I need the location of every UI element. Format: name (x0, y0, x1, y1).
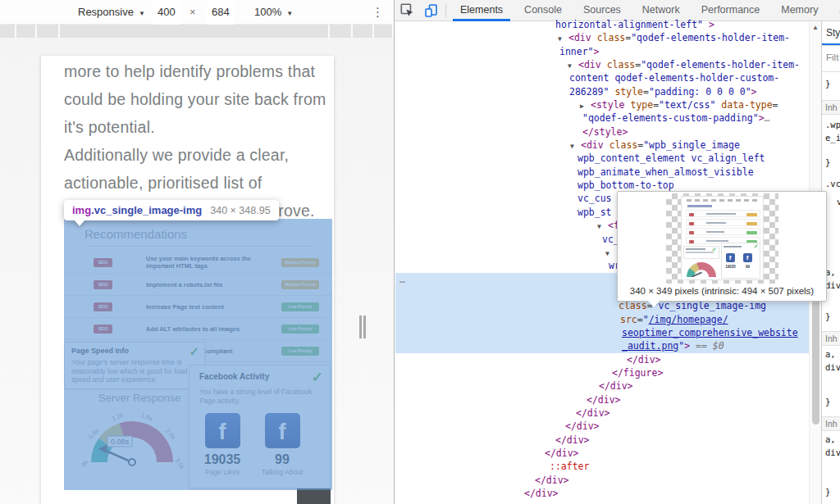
page-footer-widget[interactable] (297, 488, 331, 504)
media-query-bar[interactable] (0, 25, 394, 38)
inherited-section-header: Inh (822, 331, 840, 346)
code-token: wpb_st (578, 207, 612, 218)
code-token: > (703, 19, 714, 30)
transparency-checker: ✓ ✓ f f 19035 99 (666, 193, 778, 284)
style-rule-fragment[interactable]: div (825, 280, 840, 290)
source-link[interactable]: /img/homepage/ (649, 314, 728, 325)
style-rule-fragment[interactable]: vc (837, 197, 840, 207)
style-rule-fragment[interactable]: a, (825, 349, 836, 359)
viewport-height-input[interactable]: 684 (207, 0, 235, 25)
image-preview-thumbnail: ✓ ✓ f f 19035 99 (681, 196, 764, 280)
chevron-down-icon: ▼ (139, 10, 145, 17)
style-rule-fragment[interactable]: } (825, 487, 830, 497)
style-rule-fragment[interactable]: .vc (825, 179, 840, 188)
page-paragraph: more to help identify problems that coul… (64, 57, 328, 141)
code-line[interactable]: wpb_animate_when_almost_visible (395, 166, 809, 179)
tab-application[interactable]: Application (829, 0, 840, 21)
code-line[interactable]: </figure> (395, 366, 809, 379)
style-rule-fragment[interactable]: div (825, 362, 840, 372)
code-line[interactable]: </style> (395, 125, 809, 138)
viewport-width-input[interactable]: 400 (153, 0, 180, 25)
thumb-facebook-panel: ✓ f f 19035 99 (721, 243, 760, 279)
code-line[interactable]: content qodef-elements-holder-custom- (395, 71, 809, 84)
viewport-resize-handle[interactable] (359, 316, 368, 338)
code-line[interactable]: ▶<style type="text/css" data-type= (395, 98, 809, 111)
tooltip-tag-name: img (72, 204, 91, 216)
code-token: </div> (565, 420, 600, 432)
styles-filter-label: Filt (826, 52, 838, 62)
code-token: = (643, 86, 649, 98)
code-line[interactable]: wpb_content_element vc_align_left (395, 152, 809, 165)
code-token: "qodef-elements-holder-item- (641, 59, 800, 70)
code-token: <style (591, 99, 625, 111)
code-token: class (591, 32, 626, 43)
source-link[interactable]: _audit.png (622, 340, 678, 352)
code-token: </div> (545, 447, 579, 459)
code-line[interactable]: </div> (395, 379, 809, 393)
code-token: class (601, 59, 636, 70)
code-token: type (625, 99, 654, 111)
image-preview-tooltip: ✓ ✓ f f 19035 99 340 × 349 pixels (intri… (617, 191, 827, 302)
code-line[interactable]: </div> (395, 393, 809, 406)
code-token: </div> (599, 380, 633, 392)
code-line[interactable]: </div> (395, 434, 809, 447)
code-token: wpb_content_element vc_align_left (578, 152, 765, 164)
code-line[interactable]: </div> (395, 353, 809, 366)
code-token: style (609, 86, 643, 98)
code-token: </div> (627, 354, 661, 366)
screenshot-root: Responsive▼ 400 × 684 100%▼ ⋮ more to he… (0, 0, 840, 504)
code-line[interactable]: ▼<div class="qodef-elements-holder-item- (395, 31, 809, 44)
style-rule-fragment[interactable]: a, (825, 434, 836, 444)
code-token: vc_cus (578, 193, 612, 204)
style-rule-fragment[interactable]: .wp (825, 120, 840, 129)
code-line[interactable]: ▼<div class="wpb_single_image (395, 138, 809, 152)
inherited-section-header: Inh (822, 100, 840, 115)
styles-filter-row[interactable]: Filt (822, 46, 840, 72)
style-rule-fragment[interactable]: } (825, 311, 830, 321)
code-line[interactable]: ::after (395, 460, 809, 473)
style-rule-fragment[interactable]: } (825, 79, 830, 89)
code-line[interactable]: src="/img/homepage/ (395, 313, 809, 326)
code-line[interactable]: seoptimer_comprehensive_website (395, 326, 809, 339)
code-token: wpb_bottom-to-top (578, 179, 674, 191)
code-token: inner" (559, 46, 594, 57)
code-line[interactable]: inner"> (395, 45, 809, 58)
code-line[interactable]: 286289" style="padding: 0 0 0 0"> (395, 85, 809, 98)
code-token: </div> (587, 394, 621, 406)
code-line[interactable]: </div> (395, 406, 809, 420)
media-query-segment (374, 25, 392, 38)
style-rule-fragment[interactable]: } (825, 157, 830, 167)
code-token: class (604, 139, 638, 151)
code-token: class (619, 300, 647, 311)
source-link[interactable]: seoptimer_comprehensive_website (622, 327, 798, 338)
scroll-up-arrow[interactable]: ▲ (810, 24, 821, 31)
inherited-section-header: Inh (822, 416, 840, 431)
device-canvas: more to help identify problems that coul… (0, 38, 394, 504)
code-line[interactable]: </div> (395, 474, 809, 487)
code-line[interactable]: "qodef-elements-custom-padding">… (395, 111, 809, 125)
code-line[interactable]: horizontal-alignment-left" > (395, 18, 809, 31)
code-line[interactable]: </div> (395, 487, 809, 500)
thumb-gauge (687, 262, 716, 277)
style-rule-fragment[interactable]: } (825, 397, 830, 406)
code-line[interactable]: </div> (395, 447, 809, 460)
style-rule-fragment[interactable]: e_i (825, 133, 840, 143)
inspect-highlight-overlay (64, 219, 332, 490)
tab-styles[interactable]: Sty (826, 27, 840, 39)
code-token: 286289" (569, 86, 609, 98)
device-type-label: Responsive (78, 6, 134, 18)
code-line[interactable]: ▼<div class="qodef-elements-holder-item- (395, 58, 809, 71)
code-line[interactable]: _audit.png"> == $0 (395, 339, 809, 352)
code-token: … (765, 112, 770, 124)
page-viewport: more to help identify problems that coul… (41, 56, 334, 504)
more-options-button[interactable]: ⋮ (372, 0, 384, 25)
device-type-dropdown[interactable]: Responsive▼ (78, 0, 145, 25)
style-rule-fragment[interactable]: div (825, 447, 840, 457)
code-token: == $0 (690, 340, 724, 352)
zoom-dropdown[interactable]: 100%▼ (254, 0, 293, 25)
media-query-segment (37, 25, 58, 38)
code-token: horizontal-alignment-left" (555, 19, 703, 30)
code-line[interactable]: </div> (395, 420, 809, 433)
code-token: content qodef-elements-holder-custom- (569, 72, 779, 84)
code-token: </style> (582, 126, 628, 138)
